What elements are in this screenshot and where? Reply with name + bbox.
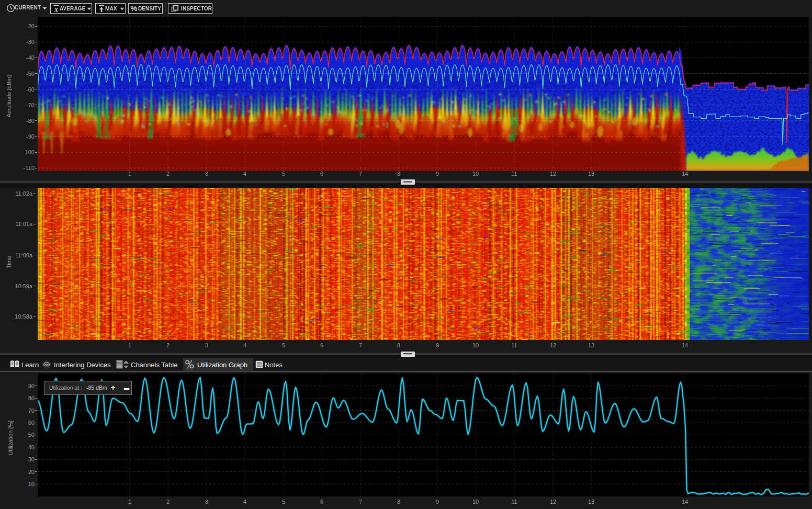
svg-text:%: % (130, 5, 137, 12)
svg-text:X: X (53, 6, 59, 13)
